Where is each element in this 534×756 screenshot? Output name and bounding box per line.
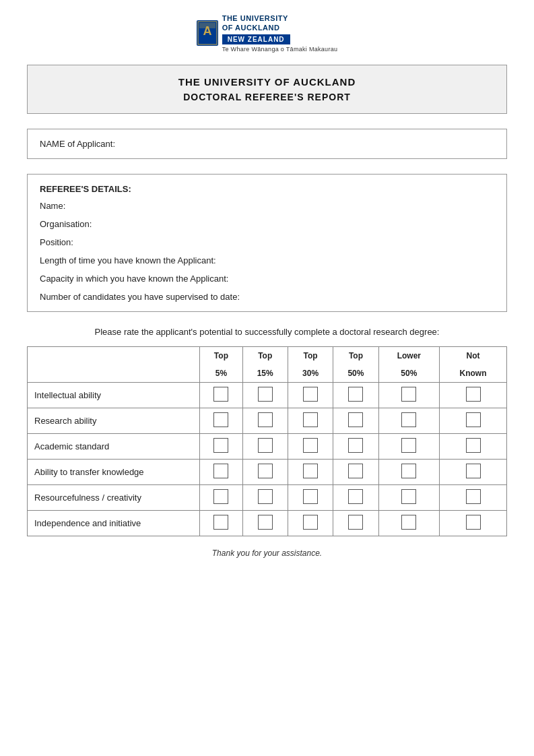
checkbox-0-1[interactable] [258, 387, 273, 402]
checkbox-1-5[interactable] [466, 412, 481, 427]
logo-wrapper: A THE UNIVERSITY OF AUCKLAND NEW ZEALAND… [197, 13, 338, 53]
checkbox-cell-3-0[interactable] [200, 459, 242, 484]
checkbox-3-5[interactable] [466, 464, 481, 478]
checkbox-cell-1-5[interactable] [440, 408, 507, 433]
checkbox-4-0[interactable] [213, 489, 228, 504]
logo-university-name: THE UNIVERSITY OF AUCKLAND [222, 13, 288, 33]
checkbox-cell-1-3[interactable] [333, 408, 378, 433]
table-header-top30-line1: Top [288, 346, 333, 365]
title-line1: THE UNIVERSITY OF AUCKLAND [41, 76, 493, 88]
checkbox-4-5[interactable] [466, 489, 481, 504]
checkbox-cell-2-4[interactable] [378, 433, 439, 459]
checkbox-3-0[interactable] [213, 464, 228, 478]
checkbox-2-2[interactable] [303, 438, 318, 453]
checkbox-cell-2-3[interactable] [333, 433, 378, 459]
checkbox-2-1[interactable] [258, 438, 273, 453]
checkbox-cell-5-3[interactable] [333, 510, 378, 536]
applicant-name-label: NAME of Applicant: [40, 139, 494, 149]
checkbox-4-2[interactable] [303, 489, 318, 504]
table-row: Ability to transfer knowledge [28, 459, 507, 484]
checkbox-cell-0-3[interactable] [333, 382, 378, 408]
checkbox-4-3[interactable] [348, 489, 363, 504]
checkbox-cell-5-5[interactable] [440, 510, 507, 536]
checkbox-2-5[interactable] [466, 438, 481, 453]
checkbox-cell-2-1[interactable] [242, 433, 288, 459]
table-header-lower50-line1: Lower [378, 346, 439, 365]
checkbox-1-2[interactable] [303, 412, 318, 427]
table-row: Research ability [28, 408, 507, 433]
checkbox-2-3[interactable] [348, 438, 363, 453]
checkbox-3-4[interactable] [401, 464, 416, 478]
checkbox-cell-1-4[interactable] [378, 408, 439, 433]
checkbox-cell-0-1[interactable] [242, 382, 288, 408]
table-row: Academic standard [28, 433, 507, 459]
checkbox-cell-4-0[interactable] [200, 484, 242, 510]
referee-organisation-field: Organisation: [40, 219, 494, 229]
checkbox-5-3[interactable] [348, 515, 363, 530]
checkbox-cell-1-1[interactable] [242, 408, 288, 433]
table-header-row1: Top Top Top Top Lower Not [28, 346, 507, 365]
checkbox-5-1[interactable] [258, 515, 273, 530]
referee-known-length-field: Length of time you have known the Applic… [40, 255, 494, 265]
checkbox-5-5[interactable] [466, 515, 481, 530]
checkbox-1-4[interactable] [401, 412, 416, 427]
checkbox-0-2[interactable] [303, 387, 318, 402]
checkbox-cell-0-4[interactable] [378, 382, 439, 408]
checkbox-cell-5-1[interactable] [242, 510, 288, 536]
table-row: Resourcefulness / creativity [28, 484, 507, 510]
table-header-empty [28, 346, 200, 365]
checkbox-cell-4-5[interactable] [440, 484, 507, 510]
checkbox-cell-3-2[interactable] [288, 459, 333, 484]
checkbox-1-1[interactable] [258, 412, 273, 427]
checkbox-2-4[interactable] [401, 438, 416, 453]
logo-text: THE UNIVERSITY OF AUCKLAND NEW ZEALAND T… [222, 13, 338, 53]
checkbox-cell-1-2[interactable] [288, 408, 333, 433]
checkbox-cell-0-2[interactable] [288, 382, 333, 408]
logo-country-bar: NEW ZEALAND [222, 34, 290, 44]
row-label-3: Ability to transfer knowledge [28, 459, 200, 484]
checkbox-cell-4-3[interactable] [333, 484, 378, 510]
checkbox-cell-3-1[interactable] [242, 459, 288, 484]
checkbox-cell-4-2[interactable] [288, 484, 333, 510]
checkbox-0-4[interactable] [401, 387, 416, 402]
checkbox-2-0[interactable] [213, 438, 228, 453]
checkbox-0-0[interactable] [213, 387, 228, 402]
checkbox-1-3[interactable] [348, 412, 363, 427]
row-label-4: Resourcefulness / creativity [28, 484, 200, 510]
checkbox-cell-4-4[interactable] [378, 484, 439, 510]
checkbox-5-2[interactable] [303, 515, 318, 530]
row-label-5: Independence and initiative [28, 510, 200, 536]
referee-position-field: Position: [40, 237, 494, 247]
rating-instruction: Please rate the applicant's potential to… [27, 327, 507, 337]
checkbox-cell-3-5[interactable] [440, 459, 507, 484]
checkbox-cell-1-0[interactable] [200, 408, 242, 433]
checkbox-cell-2-5[interactable] [440, 433, 507, 459]
referee-section: REFEREE'S DETAILS: Name: Organisation: P… [27, 174, 507, 312]
checkbox-5-4[interactable] [401, 515, 416, 530]
checkbox-3-3[interactable] [348, 464, 363, 478]
checkbox-cell-2-2[interactable] [288, 433, 333, 459]
checkbox-1-0[interactable] [213, 412, 228, 427]
rating-table: Top Top Top Top Lower Not 5% 15% 30% 50%… [27, 346, 507, 536]
checkbox-0-5[interactable] [466, 387, 481, 402]
checkbox-cell-0-0[interactable] [200, 382, 242, 408]
checkbox-cell-2-0[interactable] [200, 433, 242, 459]
table-header-notknown-line2: Known [440, 365, 507, 383]
checkbox-5-0[interactable] [213, 515, 228, 530]
checkbox-3-1[interactable] [258, 464, 273, 478]
checkbox-4-4[interactable] [401, 489, 416, 504]
checkbox-0-3[interactable] [348, 387, 363, 402]
checkbox-cell-0-5[interactable] [440, 382, 507, 408]
checkbox-cell-5-0[interactable] [200, 510, 242, 536]
checkbox-cell-3-4[interactable] [378, 459, 439, 484]
checkbox-cell-5-2[interactable] [288, 510, 333, 536]
checkbox-3-2[interactable] [303, 464, 318, 478]
checkbox-4-1[interactable] [258, 489, 273, 504]
table-header-lower50-line2: 50% [378, 365, 439, 383]
table-header-top50-line1: Top [333, 346, 378, 365]
checkbox-cell-4-1[interactable] [242, 484, 288, 510]
checkbox-cell-5-4[interactable] [378, 510, 439, 536]
table-row: Independence and initiative [28, 510, 507, 536]
checkbox-cell-3-3[interactable] [333, 459, 378, 484]
referee-name-field: Name: [40, 201, 494, 211]
